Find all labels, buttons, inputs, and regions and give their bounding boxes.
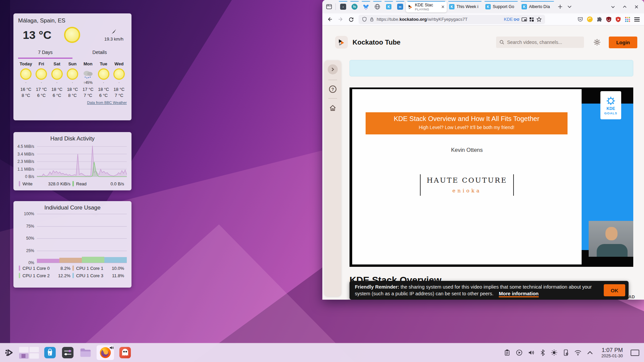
forward-button[interactable] (336, 15, 345, 24)
expand-tray-chevron-icon[interactable] (587, 351, 593, 355)
privacy-toast: Friendly Reminder: the sharing system us… (350, 281, 629, 300)
wifi-tray-icon[interactable] (574, 350, 582, 356)
dev-site-icon: › (340, 4, 346, 10)
enioka-logo: HAUTE COUTURE enioka (352, 174, 582, 196)
more-information-link[interactable]: More information (499, 291, 538, 297)
speaker-webcam (589, 221, 633, 257)
sidebar-divider (328, 80, 337, 80)
grid-icon[interactable] (529, 17, 534, 22)
kde-favicon: K (485, 4, 491, 9)
help-icon[interactable]: ? (329, 85, 336, 93)
wind-speed: 19.3 km/h (104, 37, 123, 42)
active-tab-kde-stack[interactable]: KDE Stac PLAYING ✕ (406, 1, 447, 12)
back-button[interactable] (325, 15, 334, 24)
pinned-tab-web[interactable] (372, 1, 383, 12)
list-tabs-button[interactable] (565, 2, 574, 11)
bluesky-butterfly-icon (363, 4, 369, 10)
container-label: KDE (504, 17, 519, 22)
sidebar-divider (328, 98, 337, 99)
kde-favicon: K (386, 4, 391, 9)
pinned-tab-fs[interactable]: fs (349, 1, 360, 12)
colorful-grid-extension-icon[interactable] (625, 16, 631, 22)
lock-icon[interactable] (369, 17, 374, 22)
system-tray (504, 349, 593, 356)
extensions-puzzle-icon[interactable] (596, 16, 602, 22)
tab-this-week[interactable]: K This Week i (447, 1, 483, 12)
url-text[interactable]: https://tube.kockatoo.org/w/rbyKFyepygac… (377, 17, 501, 22)
media-player-tray-icon[interactable] (516, 349, 523, 356)
search-box[interactable] (496, 37, 584, 48)
cores-yticks: 100%75%50%25%0% (16, 214, 37, 263)
system-settings-app-icon[interactable] (61, 346, 74, 359)
sidebar-expand-button[interactable] (328, 64, 338, 74)
forecast-day: Sun·18 °C8 °C (65, 61, 80, 98)
picture-in-picture-icon[interactable] (522, 17, 527, 22)
toast-ok-button[interactable]: OK (604, 284, 625, 296)
volume-tray-icon[interactable] (528, 349, 535, 356)
globe-icon (374, 4, 380, 10)
tab-support-goal[interactable]: K Support Go (483, 1, 519, 12)
legend-item: Write328.0 KiB/s (19, 181, 72, 186)
desktop-1[interactable] (19, 347, 29, 352)
pinned-tab-mastodon[interactable]: ∞ (394, 1, 406, 12)
virtual-desktop-pager[interactable] (19, 347, 39, 359)
new-tab-button[interactable] (555, 2, 565, 11)
show-desktop-button[interactable] (631, 350, 639, 356)
pinned-tab-bluesky[interactable] (360, 1, 372, 12)
brightness-tray-icon[interactable] (551, 349, 557, 356)
pocket-icon[interactable] (577, 16, 583, 22)
maximize-icon[interactable] (623, 5, 627, 9)
kockatoo-logo[interactable] (335, 36, 348, 49)
firefox-view-button[interactable] (324, 2, 334, 11)
home-icon[interactable] (329, 104, 337, 112)
firefox-tabbar: › fs K ∞ (322, 0, 644, 13)
search-input[interactable] (507, 40, 581, 45)
weather-location: Málaga, Spain, ES (18, 17, 127, 24)
tab-7-days[interactable]: 7 Days (18, 48, 72, 59)
menu-hamburger-icon[interactable] (634, 17, 640, 22)
firefox-taskbar-item-active[interactable] (97, 345, 114, 360)
sun-icon (98, 68, 109, 80)
tab-details[interactable]: Details (72, 48, 127, 59)
dolphin-file-manager-icon[interactable] (79, 346, 92, 359)
wind-direction-icon (110, 28, 117, 35)
pinned-tab-kde[interactable]: K (383, 1, 394, 12)
forecast-day: Mon↑45%17 °C7 °C (80, 61, 96, 98)
disk-activity-widget: Hard Disk Activity 4.5 MiB/s3.4 MiB/s2.3… (13, 132, 131, 190)
extension-icon-yellow[interactable] (587, 16, 593, 22)
app-launcher-button[interactable] (3, 346, 15, 359)
site-title[interactable]: Kockatoo Tube (353, 39, 400, 46)
bookmark-star-icon[interactable] (536, 17, 542, 22)
instance-settings-gear-icon[interactable] (593, 39, 601, 46)
ghostwriter-app-icon[interactable] (118, 346, 132, 359)
reload-button[interactable] (346, 15, 356, 24)
close-window-icon[interactable] (634, 5, 639, 9)
desktop-4[interactable] (30, 353, 39, 359)
video-enhancer-icon[interactable] (615, 16, 621, 22)
kde-goals-logo: KDE GOALS (600, 91, 621, 119)
weather-attribution-link[interactable]: Data from BBC Weather (87, 101, 127, 105)
legend-item: CPU 1 Core 08.2% (19, 265, 72, 271)
disk-chart (37, 145, 127, 178)
tracking-shield-icon[interactable] (362, 17, 367, 22)
minimize-icon[interactable] (611, 5, 615, 9)
core-usage-bar (82, 257, 104, 263)
container-strip (484, 1, 518, 2)
url-bar[interactable]: https://tube.kockatoo.org/w/rbyKFyepygac… (359, 15, 545, 24)
discover-app-icon[interactable] (43, 346, 57, 359)
tab-alberto-diaz[interactable]: K Alberto Día (519, 1, 555, 12)
desktop-3-current[interactable] (19, 353, 29, 359)
clipboard-tray-icon[interactable] (504, 349, 511, 356)
fs-site-icon: fs (352, 4, 358, 10)
login-button[interactable]: Login (609, 37, 637, 48)
desktop-2[interactable] (30, 347, 39, 352)
kdeconnect-tray-icon[interactable] (563, 349, 569, 356)
ublock-icon[interactable] (606, 16, 612, 22)
video-player[interactable]: KDE Stack Overview and How It All Fits T… (350, 87, 633, 267)
tab-close-icon[interactable]: ✕ (441, 4, 445, 9)
clock-date: 2025-01-30 (601, 354, 623, 358)
audio-playing-indicator-icon[interactable] (109, 345, 114, 350)
bluetooth-tray-icon[interactable] (540, 349, 545, 356)
pinned-tab-dev[interactable]: › (337, 1, 349, 12)
digital-clock[interactable]: 1:07 PM 2025-01-30 (601, 347, 623, 358)
